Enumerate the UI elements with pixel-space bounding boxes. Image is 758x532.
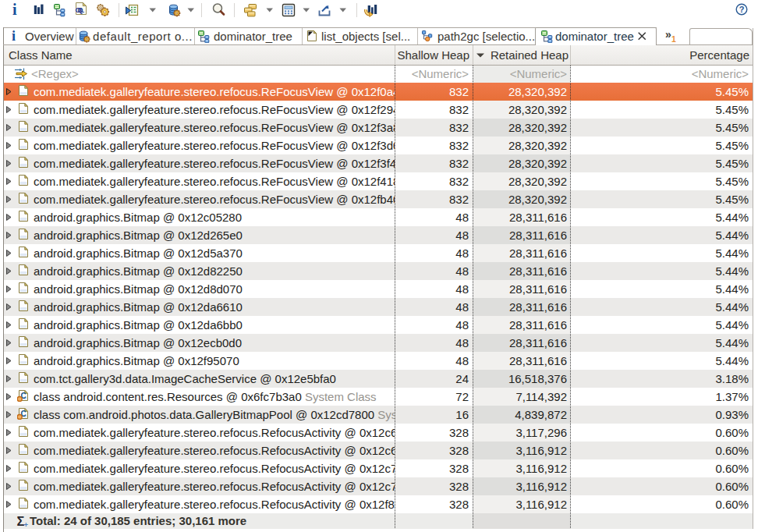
svg-text:OQL: OQL [76,6,85,14]
svg-text:i: i [12,30,16,42]
svg-text:+: + [24,520,29,527]
svg-text:i: i [12,1,17,18]
svg-text:?: ? [739,5,745,14]
